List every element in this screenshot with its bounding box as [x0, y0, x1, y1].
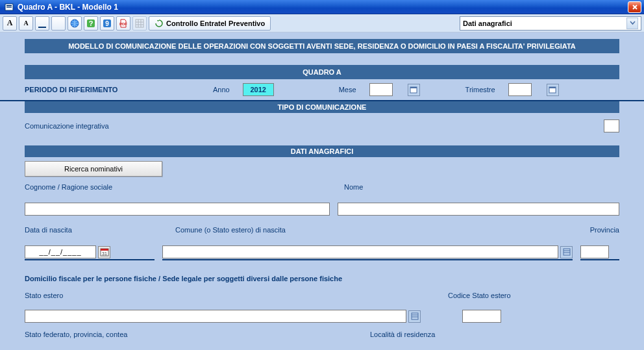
svg-rect-17 [410, 87, 417, 88]
app-icon [4, 2, 14, 12]
banner-quadro: QUADRO A [25, 65, 619, 79]
refresh-icon [155, 19, 164, 28]
provincia-label: Provincia [580, 226, 619, 234]
svg-rect-26 [412, 313, 418, 319]
svg-text:PDF: PDF [119, 22, 127, 26]
controllo-entratel-button[interactable]: Controllo Entratel Preventivo [149, 16, 271, 31]
svg-rect-11 [136, 19, 143, 27]
grid-button[interactable] [132, 16, 147, 31]
svg-rect-1 [6, 5, 12, 6]
font-bold-button[interactable]: A [3, 16, 17, 31]
data-nascita-input[interactable] [25, 245, 96, 258]
trimestre-picker-button[interactable] [547, 84, 559, 96]
cognome-label: Cognome / Ragione sociale [25, 183, 336, 191]
mese-input[interactable] [369, 83, 393, 96]
codice-stato-input[interactable] [462, 310, 501, 323]
stato-estero-picker-button[interactable] [408, 310, 421, 323]
nome-label: Nome [344, 183, 619, 191]
comune-nascita-label: Comune (o Stato estero) di nascita [175, 226, 573, 234]
comune-picker-button[interactable] [560, 246, 573, 258]
section-dropdown[interactable]: Dati anagrafici [460, 16, 641, 31]
localita-label: Località di residenza [370, 331, 619, 338]
trimestre-label: Trimestre [465, 86, 495, 94]
svg-rect-19 [549, 87, 556, 88]
pdf-button[interactable]: PDF [116, 16, 130, 31]
underscore-button[interactable] [35, 16, 49, 31]
trimestre-input[interactable] [508, 83, 532, 96]
svg-rect-2 [6, 7, 12, 8]
stato-estero-input[interactable] [25, 310, 406, 323]
provincia-input[interactable] [580, 245, 609, 258]
cognome-input[interactable] [25, 203, 330, 216]
anno-label: Anno [213, 86, 230, 94]
banner-modello: MODELLO DI COMUNICAZIONE DELLE OPERAZION… [25, 39, 619, 53]
banner-dati-anagrafici: DATI ANAGRAFICI [25, 145, 619, 157]
svg-rect-23 [564, 249, 570, 255]
comune-nascita-input[interactable] [162, 245, 558, 258]
blank-button[interactable] [51, 16, 66, 31]
svg-text:9: 9 [105, 20, 109, 27]
svg-text:?: ? [89, 19, 93, 27]
chevron-down-icon [626, 18, 638, 29]
svg-text:31: 31 [102, 251, 107, 256]
main-scroll-area[interactable]: MODELLO DI COMUNICAZIONE DELLE OPERAZION… [0, 32, 644, 350]
comunicazione-integrativa-label: Comunicazione integrativa [25, 122, 109, 130]
globe-button[interactable] [68, 16, 82, 31]
domicilio-heading: Domicilio fiscale per le persone fisiche… [25, 275, 619, 282]
nome-input[interactable] [338, 203, 619, 216]
toolbar: A A ? 9 PDF Controllo Entratel Preventiv… [0, 14, 644, 32]
mese-label: Mese [339, 86, 356, 94]
window-titlebar: Quadro A - BKL - Modello 1 [0, 0, 644, 14]
anno-input[interactable] [243, 83, 274, 96]
stato-estero-label: Stato estero [25, 292, 440, 299]
font-small-button[interactable]: A [19, 16, 33, 31]
periodo-label: PERIODO DI RIFERIMENTO [25, 86, 200, 94]
ricerca-nominativi-button[interactable]: Ricerca nominativi [25, 161, 162, 177]
mese-picker-button[interactable] [408, 84, 420, 96]
window-close-button[interactable] [628, 1, 641, 13]
tool9-button[interactable]: 9 [100, 16, 114, 31]
svg-rect-21 [101, 249, 108, 251]
stato-federato-label: Stato federato, provincia, contea [25, 331, 362, 338]
comunicazione-integrativa-input[interactable] [604, 119, 619, 132]
codice-stato-label: Codice Stato estero [448, 292, 619, 299]
window-title: Quadro A - BKL - Modello 1 [18, 3, 628, 12]
data-nascita-calendar-button[interactable]: 31 [98, 246, 110, 258]
banner-tipo-comunicazione: TIPO DI COMUNICAZIONE [25, 101, 619, 113]
help-button[interactable]: ? [84, 16, 98, 31]
data-nascita-label: Data di nascita [25, 226, 167, 234]
